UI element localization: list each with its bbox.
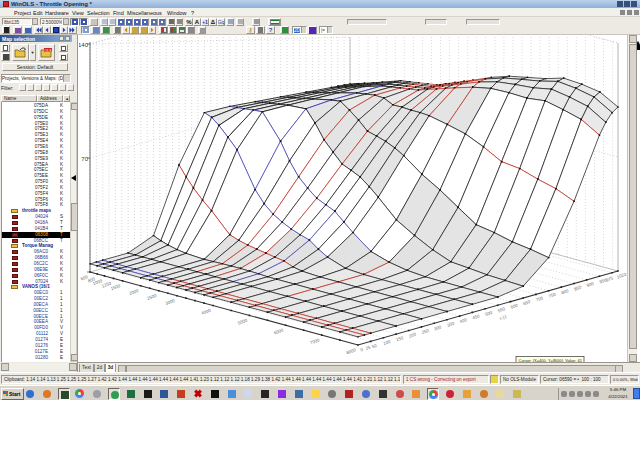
svg-text:1023: 1023 — [616, 271, 627, 279]
svg-text:6000: 6000 — [273, 327, 284, 335]
svg-text:600: 600 — [510, 302, 519, 309]
svg-text:300: 300 — [433, 324, 442, 331]
svg-text:1500: 1500 — [110, 283, 121, 291]
svg-text:5000: 5000 — [237, 317, 248, 325]
svg-text:400: 400 — [459, 317, 468, 324]
svg-text:50: 50 — [371, 343, 378, 350]
svg-text:850: 850 — [573, 284, 582, 291]
svg-text:500: 500 — [484, 310, 493, 317]
svg-text:150: 150 — [395, 335, 404, 342]
svg-text:2000: 2000 — [128, 288, 139, 296]
svg-text:2500: 2500 — [146, 293, 157, 301]
svg-text:Cursor: (X=400, Y=8000), Value: Cursor: (X=400, Y=8000), Value: 41 — [519, 358, 583, 363]
svg-text:350: 350 — [446, 321, 455, 328]
svg-text:8000: 8000 — [346, 347, 357, 355]
svg-text:700: 700 — [535, 295, 544, 302]
svg-text:4000: 4000 — [201, 308, 212, 316]
svg-text:650: 650 — [522, 299, 531, 306]
svg-text:x [-]: x [-] — [499, 314, 507, 321]
svg-text:3000: 3000 — [165, 298, 176, 306]
svg-text:100: 100 — [383, 339, 392, 346]
svg-text:975: 975 — [605, 275, 614, 282]
svg-text:0: 0 — [360, 347, 365, 353]
svg-text:7000: 7000 — [309, 337, 320, 345]
svg-text:70: 70 — [81, 156, 88, 162]
svg-text:900: 900 — [586, 281, 595, 288]
svg-text:140: 140 — [78, 42, 89, 48]
svg-text:800: 800 — [561, 288, 570, 295]
svg-text:450: 450 — [472, 313, 481, 320]
svg-text:200: 200 — [408, 331, 417, 338]
svg-text:550: 550 — [497, 306, 506, 313]
svg-text:OLS: OLS — [45, 49, 53, 53]
svg-text:750: 750 — [548, 292, 557, 299]
svg-text:250: 250 — [421, 328, 430, 335]
